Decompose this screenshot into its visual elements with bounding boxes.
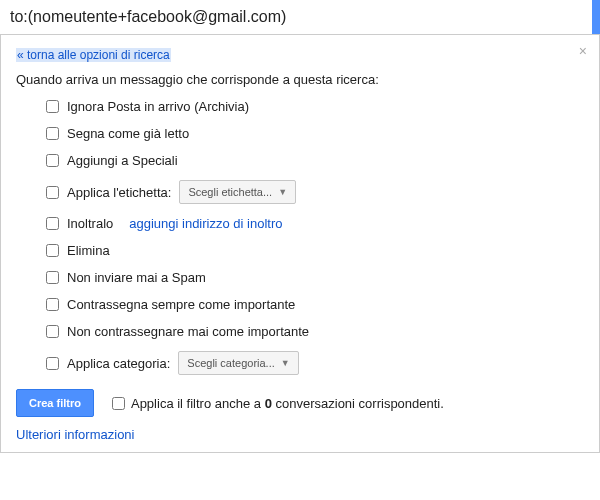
filter-panel: × « torna alle opzioni di ricerca Quando… — [0, 35, 600, 453]
label-not-important: Non contrassegnare mai come importante — [67, 324, 309, 339]
option-important: Contrassegna sempre come importante — [46, 291, 584, 318]
label-archive: Ignora Posta in arrivo (Archivia) — [67, 99, 249, 114]
checkbox-apply-label[interactable] — [46, 186, 59, 199]
apply-existing-label: Applica il filtro anche a 0 conversazion… — [131, 396, 444, 411]
create-filter-button[interactable]: Crea filtro — [16, 389, 94, 417]
label-mark-read: Segna come già letto — [67, 126, 189, 141]
option-star: Aggiungi a Speciali — [46, 147, 584, 174]
option-delete: Elimina — [46, 237, 584, 264]
apply-existing-row: Applica il filtro anche a 0 conversazion… — [112, 396, 444, 411]
checkbox-apply-category[interactable] — [46, 357, 59, 370]
label-dropdown-text: Scegli etichetta... — [188, 186, 272, 198]
checkbox-apply-existing[interactable] — [112, 397, 125, 410]
option-apply-label: Applica l'etichetta: Scegli etichetta...… — [46, 174, 584, 210]
more-info-link[interactable]: Ulteriori informazioni — [16, 427, 134, 442]
label-delete: Elimina — [67, 243, 110, 258]
label-dropdown[interactable]: Scegli etichetta... ▼ — [179, 180, 296, 204]
chevron-down-icon: ▼ — [281, 358, 290, 368]
checkbox-mark-read[interactable] — [46, 127, 59, 140]
option-mark-read: Segna come già letto — [46, 120, 584, 147]
checkbox-not-important[interactable] — [46, 325, 59, 338]
label-star: Aggiungi a Speciali — [67, 153, 178, 168]
checkbox-important[interactable] — [46, 298, 59, 311]
close-icon[interactable]: × — [579, 43, 587, 59]
chevron-down-icon: ▼ — [278, 187, 287, 197]
search-bar — [0, 0, 600, 35]
label-apply-label: Applica l'etichetta: — [67, 185, 171, 200]
option-not-important: Non contrassegnare mai come importante — [46, 318, 584, 345]
intro-text: Quando arriva un messaggio che corrispon… — [16, 72, 584, 87]
search-button[interactable] — [592, 0, 600, 34]
checkbox-delete[interactable] — [46, 244, 59, 257]
back-to-search-options[interactable]: « torna alle opzioni di ricerca — [16, 48, 171, 62]
option-apply-category: Applica categoria: Scegli categoria... ▼ — [46, 345, 584, 381]
label-apply-category: Applica categoria: — [67, 356, 170, 371]
apply-prefix: Applica il filtro anche a — [131, 396, 265, 411]
category-dropdown[interactable]: Scegli categoria... ▼ — [178, 351, 298, 375]
footer-row: Crea filtro Applica il filtro anche a 0 … — [16, 389, 584, 417]
option-archive: Ignora Posta in arrivo (Archivia) — [46, 93, 584, 120]
checkbox-star[interactable] — [46, 154, 59, 167]
label-no-spam: Non inviare mai a Spam — [67, 270, 206, 285]
apply-suffix: conversazioni corrispondenti. — [272, 396, 444, 411]
option-no-spam: Non inviare mai a Spam — [46, 264, 584, 291]
checkbox-no-spam[interactable] — [46, 271, 59, 284]
checkbox-forward[interactable] — [46, 217, 59, 230]
search-input[interactable] — [0, 0, 592, 34]
checkbox-archive[interactable] — [46, 100, 59, 113]
category-dropdown-text: Scegli categoria... — [187, 357, 274, 369]
label-important: Contrassegna sempre come importante — [67, 297, 295, 312]
apply-count: 0 — [265, 396, 272, 411]
option-forward: Inoltralo aggiungi indirizzo di inoltro — [46, 210, 584, 237]
add-forward-address-link[interactable]: aggiungi indirizzo di inoltro — [129, 216, 282, 231]
label-forward: Inoltralo — [67, 216, 113, 231]
